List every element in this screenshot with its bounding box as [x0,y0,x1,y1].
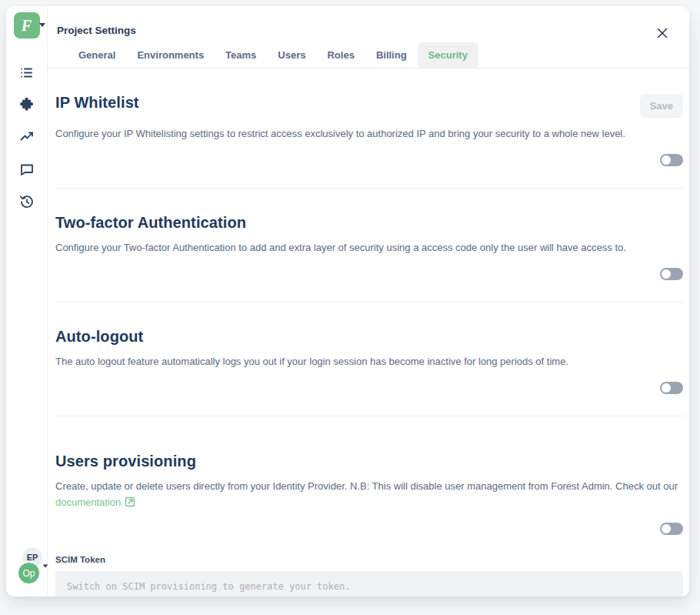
section-auto-logout: Auto-logout The auto logout feature auto… [55,302,683,416]
toggle-knob [662,383,671,393]
section-title: Auto-logout [55,328,143,346]
forest-admin-logo[interactable]: F [14,12,40,38]
save-button[interactable]: Save [640,94,683,118]
tab-teams[interactable]: Teams [215,42,267,68]
section-users-provisioning: Users provisioning Create, update or del… [55,427,683,597]
tab-general[interactable]: General [68,42,126,68]
user-menu[interactable]: EP Op [16,547,47,586]
section-title: Users provisioning [55,453,196,470]
activity-history-icon[interactable] [19,194,35,209]
external-link-icon [125,496,135,512]
section-divider [55,416,683,416]
collections-list-icon[interactable] [19,65,35,80]
section-description: Configure your IP Whitelisting settings … [55,126,683,142]
tab-security[interactable]: Security [418,42,478,68]
messages-chat-icon[interactable] [19,162,35,177]
chevron-down-icon [39,23,45,27]
toggle-knob [662,155,671,165]
toggle-knob [662,269,671,279]
close-icon[interactable] [652,23,672,43]
section-ip-whitelist: IP Whitelist Save Configure your IP Whit… [55,69,683,189]
ip-whitelist-toggle[interactable] [660,154,683,166]
tab-environments[interactable]: Environments [126,42,215,68]
project-switcher[interactable]: F [6,12,47,38]
auto-logout-toggle[interactable] [660,382,683,394]
section-description: Configure your Two-factor Authentication… [55,240,683,256]
tab-roles[interactable]: Roles [316,42,365,68]
scim-token-label: SCIM Token [55,555,683,564]
settings-tabs: General Environments Teams Users Roles B… [68,42,643,68]
documentation-link[interactable]: documentation [55,495,135,510]
users-provisioning-toggle[interactable] [660,523,683,535]
section-two-factor: Two-factor Authentication Configure your… [55,189,683,302]
user-avatar: Op [18,562,40,584]
page-title: Project Settings [57,25,643,36]
tab-users[interactable]: Users [267,42,316,68]
sidebar-rail: F [6,6,48,597]
section-description: The auto logout feature automatically lo… [55,354,683,369]
section-title: IP Whitelist [55,94,139,112]
description-text: Create, update or delete users directly … [55,480,678,492]
section-description: Create, update or delete users directly … [55,479,683,510]
section-title: Two-factor Authentication [55,214,246,232]
tab-billing[interactable]: Billing [365,42,418,68]
project-settings-modal: F [6,6,689,597]
scim-token-input[interactable] [55,571,683,597]
toggle-knob [662,524,671,533]
analytics-activity-icon[interactable] [19,129,35,145]
two-factor-toggle[interactable] [660,268,683,280]
documentation-link-label: documentation [55,495,121,510]
integrations-puzzle-icon[interactable] [19,97,35,112]
